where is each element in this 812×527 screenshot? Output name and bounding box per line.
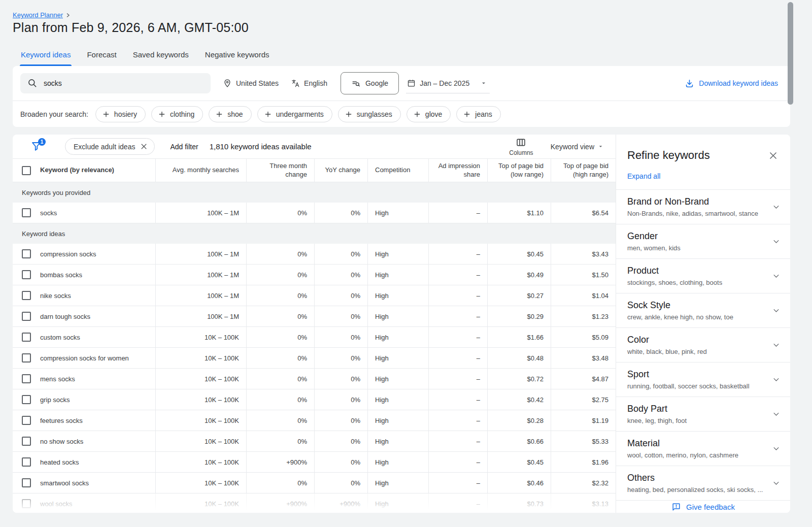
cell-keyword: no show socks	[13, 431, 156, 451]
refine-section-body-part[interactable]: Body Partknee, leg, thigh, foot	[616, 397, 790, 431]
row-checkbox[interactable]	[22, 437, 31, 446]
cell-top-of-page-bid-high: $5.09	[551, 327, 616, 347]
row-checkbox[interactable]	[22, 353, 31, 363]
broaden-chip-jeans[interactable]: jeans	[456, 106, 500, 122]
broaden-chip-undergarments[interactable]: undergarments	[257, 106, 332, 122]
table-row[interactable]: wool socks10K – 100K+900%+900%High–$0.73…	[13, 493, 616, 513]
table-row[interactable]: mens socks10K – 100K0%0%High–$0.72$4.87	[13, 369, 616, 389]
keyword-table-area: 1 Exclude adult ideas Add filter 1,810 k…	[13, 135, 616, 513]
column-header-4[interactable]: Competition	[368, 159, 429, 182]
broaden-chip-label: glove	[425, 110, 442, 118]
row-checkbox[interactable]	[22, 374, 31, 383]
keyword-view-dropdown[interactable]: Keyword view	[551, 143, 603, 151]
broaden-chip-clothing[interactable]: clothing	[151, 106, 203, 122]
filter-button[interactable]: 1	[30, 140, 44, 153]
chevron-down-icon	[772, 445, 780, 452]
broaden-chip-hosiery[interactable]: hosiery	[95, 106, 146, 122]
vertical-scrollbar-thumb[interactable]	[788, 2, 793, 105]
close-panel-icon[interactable]	[768, 151, 778, 160]
refine-section-title: Brand or Non-Brand	[627, 196, 758, 207]
table-row[interactable]: compression socks for women10K – 100K0%0…	[13, 348, 616, 369]
cell-yoy-change: 0%	[315, 306, 368, 326]
cell-competition: High	[368, 203, 429, 223]
refine-section-color[interactable]: Colorwhite, black, blue, pink, red	[616, 327, 790, 362]
column-header-5[interactable]: Ad impression share	[429, 159, 488, 182]
translate-icon	[291, 79, 300, 88]
column-header-7[interactable]: Top of page bid (high range)	[551, 159, 616, 182]
row-checkbox[interactable]	[22, 291, 31, 300]
row-checkbox[interactable]	[22, 270, 31, 279]
keyword-search-box[interactable]	[20, 73, 211, 93]
cell-top-of-page-bid-high: $1.50	[551, 265, 616, 285]
tab-negative-keywords[interactable]: Negative keywords	[197, 44, 278, 66]
language-selector[interactable]: English	[291, 79, 327, 88]
tab-forecast[interactable]: Forecast	[79, 44, 124, 66]
tab-saved-keywords[interactable]: Saved keywords	[125, 44, 197, 66]
location-pin-icon	[223, 79, 232, 88]
row-checkbox[interactable]	[22, 478, 31, 487]
cell-yoy-change: 0%	[315, 285, 368, 306]
refine-section-brand-or-non-brand[interactable]: Brand or Non-BrandNon-Brands, nike, adid…	[616, 189, 790, 224]
table-row[interactable]: nike socks100K – 1M0%0%High–$0.27$1.04	[13, 285, 616, 306]
broaden-chip-glove[interactable]: glove	[407, 106, 451, 122]
row-checkbox[interactable]	[22, 312, 31, 321]
refine-section-material[interactable]: Materialwool, cotton, merino, nylon, cas…	[616, 431, 790, 466]
column-header-2[interactable]: Three month change	[247, 159, 315, 182]
cell-avg-monthly-searches: 10K – 100K	[156, 369, 247, 389]
row-checkbox[interactable]	[22, 208, 31, 217]
row-checkbox[interactable]	[22, 333, 31, 342]
expand-all-link[interactable]: Expand all	[616, 162, 790, 189]
table-row[interactable]: heated socks10K – 100K+900%0%High–$0.45$…	[13, 452, 616, 473]
cell-three-month-change: +900%	[247, 452, 315, 472]
broaden-chip-shoe[interactable]: shoe	[209, 106, 251, 122]
refine-section-subtitle: wool, cotton, merino, nylon, cashmere	[627, 451, 738, 459]
column-header-3[interactable]: YoY change	[315, 159, 368, 182]
cell-keyword: wool socks	[13, 493, 156, 513]
table-row[interactable]: custom socks10K – 100K0%0%High–$1.66$5.0…	[13, 327, 616, 348]
cell-keyword: heated socks	[13, 452, 156, 472]
refine-section-title: Body Part	[627, 404, 687, 414]
row-checkbox[interactable]	[22, 499, 31, 508]
exclude-adult-ideas-chip[interactable]: Exclude adult ideas	[65, 138, 155, 155]
refine-section-product[interactable]: Productstockings, shoes, clothing, boots	[616, 258, 790, 293]
date-range-selector[interactable]: Jan – Dec 2025	[406, 73, 490, 93]
cell-yoy-change: 0%	[315, 431, 368, 451]
feedback-icon	[671, 502, 681, 512]
tab-keyword-ideas[interactable]: Keyword ideas	[13, 44, 79, 66]
search-input[interactable]	[44, 79, 196, 87]
column-header-6[interactable]: Top of page bid (low range)	[488, 159, 551, 182]
table-row[interactable]: feetures socks10K – 100K0%0%High–$0.28$1…	[13, 410, 616, 431]
search-network-icon	[351, 79, 361, 88]
table-row[interactable]: socks100K – 1M0%0%High–$1.10$6.54	[13, 203, 616, 223]
download-icon	[685, 79, 694, 88]
table-row[interactable]: compression socks100K – 1M0%0%High–$0.45…	[13, 244, 616, 265]
column-header-0[interactable]: Keyword (by relevance)	[13, 159, 156, 182]
location-selector[interactable]: United States	[223, 79, 279, 88]
table-row[interactable]: bombas socks100K – 1M0%0%High–$0.49$1.50	[13, 265, 616, 285]
refine-section-others[interactable]: Othersheating, bed, personalized socks, …	[616, 466, 790, 500]
table-row[interactable]: smartwool socks10K – 100K0%0%High–$0.46$…	[13, 473, 616, 493]
breadcrumb-link[interactable]: Keyword Planner	[13, 11, 63, 19]
row-checkbox[interactable]	[22, 457, 31, 467]
network-selector[interactable]: Google	[341, 72, 399, 94]
refine-section-sock-style[interactable]: Sock Stylecrew, ankle, knee high, no sho…	[616, 293, 790, 327]
add-filter-button[interactable]: Add filter	[170, 143, 198, 151]
refine-section-gender[interactable]: Gendermen, women, kids	[616, 224, 790, 258]
download-keyword-ideas-button[interactable]: Download keyword ideas	[685, 79, 778, 88]
cell-top-of-page-bid-high: $3.43	[551, 244, 616, 264]
table-row[interactable]: darn tough socks100K – 1M0%0%High–$0.29$…	[13, 306, 616, 327]
row-checkbox[interactable]	[22, 416, 31, 425]
cell-competition: High	[368, 244, 429, 264]
table-row[interactable]: grip socks10K – 100K0%0%High–$0.42$2.75	[13, 389, 616, 410]
row-checkbox[interactable]	[22, 395, 31, 404]
close-icon[interactable]	[140, 143, 148, 150]
column-header-1[interactable]: Avg. monthly searches	[156, 159, 247, 182]
select-all-checkbox[interactable]	[22, 166, 31, 175]
broaden-search-row: Broaden your search: hosieryclothingshoe…	[13, 101, 790, 127]
give-feedback-button[interactable]: Give feedback	[616, 500, 790, 513]
table-row[interactable]: no show socks10K – 100K0%0%High–$0.66$5.…	[13, 431, 616, 452]
refine-section-sport[interactable]: Sportrunning, football, soccer socks, ba…	[616, 362, 790, 397]
columns-button[interactable]: Columns	[509, 137, 533, 156]
row-checkbox[interactable]	[22, 249, 31, 258]
broaden-chip-sunglasses[interactable]: sunglasses	[338, 106, 401, 122]
